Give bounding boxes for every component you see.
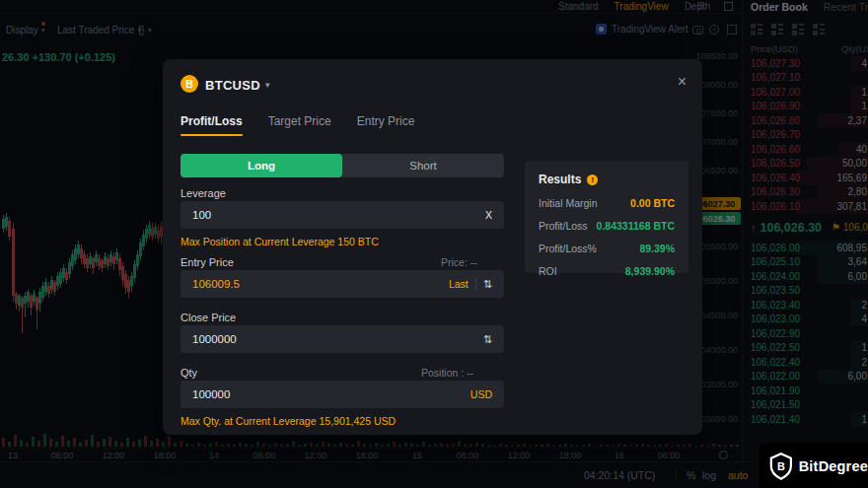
leverage-value: 100 xyxy=(192,209,211,221)
leverage-unit: X xyxy=(485,209,492,221)
calculator-tabs: Profit/LossTarget PriceEntry Price xyxy=(181,114,414,136)
short-button[interactable]: Short xyxy=(342,154,504,177)
qty-input[interactable]: 100000 USD xyxy=(181,381,504,408)
entry-price-hint: Price: -- xyxy=(441,256,477,268)
price-stepper-icon[interactable]: ⇅ xyxy=(483,278,492,291)
leverage-label: Leverage xyxy=(181,187,226,199)
results-row: Initial Margin0.00 BTC xyxy=(539,197,675,209)
tab-profit-loss[interactable]: Profit/Loss xyxy=(181,114,243,136)
tab-target-price[interactable]: Target Price xyxy=(268,114,331,136)
result-label: Profit/Loss% xyxy=(539,243,597,254)
long-button[interactable]: Long xyxy=(181,154,342,177)
results-panel: Results ! Initial Margin0.00 BTCProfit/L… xyxy=(525,161,688,273)
result-value: 0.00 BTC xyxy=(630,197,675,209)
tab-entry-price[interactable]: Entry Price xyxy=(357,114,415,136)
position-hint: Position : -- xyxy=(421,367,473,379)
results-info-icon: ! xyxy=(587,174,598,185)
last-price-tag[interactable]: Last xyxy=(449,278,469,290)
results-row: Profit/Loss%89.39% xyxy=(539,243,675,254)
leverage-input[interactable]: 100 X xyxy=(181,201,504,229)
bitdegree-brand-name: BitDegree xyxy=(799,458,868,474)
close-price-value: 1000000 xyxy=(192,333,237,345)
divider xyxy=(475,278,476,290)
svg-text:B: B xyxy=(777,460,785,472)
qty-value: 100000 xyxy=(192,388,230,400)
qty-unit: USD xyxy=(470,388,492,400)
trading-platform-screen: StandardTradingViewDepth ⊞ Display ▾ Las… xyxy=(0,0,868,488)
results-row: ROI8,939.90% xyxy=(539,265,675,277)
bitdegree-watermark: B BitDegree xyxy=(760,444,868,488)
results-title: Results xyxy=(539,173,581,186)
entry-price-label: Entry Price xyxy=(181,256,234,268)
btc-coin-icon: B xyxy=(181,75,198,93)
price-stepper-icon[interactable]: ⇅ xyxy=(483,333,492,346)
entry-price-value: 106009.5 xyxy=(192,278,240,290)
side-segment-control: Long Short xyxy=(181,154,504,177)
close-price-label: Close Price xyxy=(181,312,236,323)
result-label: Profit/Loss xyxy=(539,220,588,232)
result-label: ROI xyxy=(539,265,557,277)
results-rows: Initial Margin0.00 BTCProfit/Loss0.84331… xyxy=(539,197,675,277)
entry-price-input[interactable]: 106009.5 Last ⇅ xyxy=(181,270,504,298)
close-icon[interactable]: × xyxy=(678,73,687,91)
symbol-title: BTCUSD xyxy=(205,78,260,93)
bitdegree-shield-icon: B xyxy=(769,453,793,480)
qty-label: Qty xyxy=(181,367,197,379)
symbol-dropdown-caret-icon[interactable]: ▾ xyxy=(265,80,270,90)
close-price-input[interactable]: 1000000 ⇅ xyxy=(181,325,504,353)
result-value: 89.39% xyxy=(639,243,675,254)
result-value: 0.84331168 BTC xyxy=(597,220,675,232)
max-position-note: Max Position at Current Leverage 150 BTC xyxy=(181,236,379,247)
results-row: Profit/Loss0.84331168 BTC xyxy=(539,220,675,232)
max-qty-note: Max Qty. at Current Leverage 15,901,425 … xyxy=(181,415,396,427)
result-value: 8,939.90% xyxy=(625,265,675,277)
result-label: Initial Margin xyxy=(539,197,598,209)
pnl-calculator-modal: B BTCUSD ▾ × Profit/LossTarget PriceEntr… xyxy=(163,59,702,435)
